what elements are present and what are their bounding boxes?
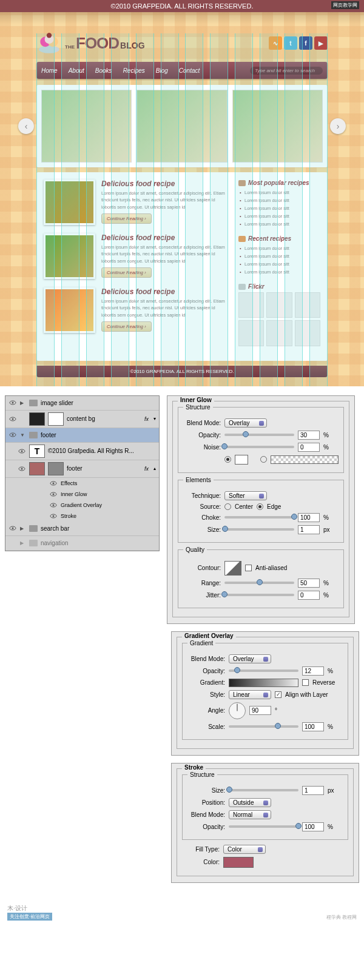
opacity-input[interactable] [298,431,320,440]
blend-mode-select[interactable]: Overlay [224,418,267,428]
center-radio[interactable] [224,503,231,510]
visibility-icon[interactable] [8,431,17,439]
continue-reading-button[interactable]: Continue Reading › [101,267,152,278]
expand-icon[interactable]: ▼ [20,432,26,438]
opacity-slider[interactable] [229,670,298,672]
slide-image[interactable] [232,90,323,163]
prev-arrow-icon[interactable]: ‹ [18,118,34,134]
flickr-thumb[interactable] [295,292,320,318]
expand-icon[interactable]: ▶ [20,400,26,406]
effect-item[interactable]: Stroke [5,511,159,522]
list-item[interactable]: Lorem ipsum dolor sitt [238,196,320,204]
visibility-icon[interactable] [8,539,17,547]
edge-radio[interactable] [257,503,263,510]
list-item[interactable]: Lorem ipsum dolor sitt [238,268,320,276]
effect-item[interactable]: Gradient Overlay [5,500,159,511]
fill-type-select[interactable]: Color [223,845,266,854]
opacity-slider[interactable] [229,825,298,828]
noise-input[interactable] [298,443,320,452]
nav-contact[interactable]: Contact [179,67,200,74]
noise-slider[interactable] [224,446,294,448]
visibility-icon[interactable] [8,524,17,532]
choke-slider[interactable] [224,516,294,519]
effect-item[interactable]: Inner Glow [5,489,159,500]
youtube-icon[interactable]: ▶ [314,36,328,50]
opacity-input[interactable] [302,822,324,831]
opacity-slider[interactable] [224,434,294,436]
layer-row[interactable]: ▼ footer [5,428,159,443]
post-title[interactable]: Delicious food recipe [101,287,229,296]
continue-reading-button[interactable]: Continue Reading › [101,213,152,224]
visibility-icon[interactable] [18,465,26,473]
list-item[interactable]: Lorem ipsum dolor sitt [238,204,320,212]
list-item[interactable]: Lorem ipsum dolor sitt [238,189,320,196]
size-slider[interactable] [224,528,294,531]
opacity-input[interactable] [302,666,324,676]
continue-reading-button[interactable]: Continue Reading › [101,321,152,332]
stroke-color-swatch[interactable] [223,857,254,868]
layer-row[interactable]: footer fx ▴ [5,460,159,478]
technique-select[interactable]: Softer [224,491,267,500]
nav-books[interactable]: Books [95,67,112,74]
post-thumbnail[interactable] [44,233,95,279]
flickr-thumb[interactable] [266,292,292,318]
post-title[interactable]: Delicious food recipe [101,180,229,188]
gradient-picker[interactable] [229,679,298,687]
range-slider[interactable] [224,582,294,584]
post-title[interactable]: Delicious food recipe [101,233,229,242]
nav-blog[interactable]: Blog [156,67,168,74]
layer-row[interactable]: ▶ search bar [5,522,159,536]
list-item[interactable]: Lorem ipsum dolor sitt [238,212,320,220]
layer-row[interactable]: ▶ image slider [5,396,159,411]
twitter-icon[interactable]: t [284,36,297,50]
visibility-icon[interactable] [18,447,26,455]
next-arrow-icon[interactable]: › [330,118,346,134]
glow-color-swatch[interactable] [235,455,248,465]
nav-recipes[interactable]: Recipes [123,67,145,74]
visibility-icon[interactable] [8,398,17,407]
size-slider[interactable] [229,789,298,791]
post-thumbnail[interactable] [44,180,95,225]
blend-mode-select[interactable]: Normal [229,810,271,819]
effects-row[interactable]: Effects [5,478,159,489]
visibility-icon[interactable] [49,479,58,488]
glow-gradient[interactable] [271,455,339,464]
visibility-icon[interactable] [49,490,58,498]
antialias-checkbox[interactable] [245,565,252,571]
slide-image[interactable] [41,90,132,163]
search-input[interactable]: Type and hit enter to search [250,67,323,75]
range-input[interactable] [298,579,320,588]
jitter-input[interactable] [298,591,320,600]
nav-home[interactable]: Home [41,67,58,74]
list-item[interactable]: Lorem ipsum dolor sitt [238,260,320,268]
flickr-thumb[interactable] [238,320,264,346]
scale-slider[interactable] [229,725,298,728]
flickr-thumb[interactable] [295,320,320,346]
blend-mode-select[interactable]: Overlay [229,654,271,663]
size-input[interactable] [298,525,320,534]
contour-picker[interactable] [224,561,241,576]
reverse-checkbox[interactable] [302,679,309,686]
position-select[interactable]: Outside [229,798,271,807]
jitter-slider[interactable] [224,594,294,596]
flickr-thumb[interactable] [266,320,292,346]
gradient-radio[interactable] [260,456,267,463]
layer-row[interactable]: ▶ navigation [5,536,159,551]
angle-input[interactable] [249,706,271,715]
nav-about[interactable]: About [69,67,84,74]
slide-image[interactable] [136,90,227,163]
visibility-icon[interactable] [49,512,58,520]
layer-row[interactable]: T ©2010 Grafpedia. All Rights R... [5,443,159,460]
rss-icon[interactable]: ∿ [269,36,282,50]
choke-input[interactable] [298,513,320,522]
scale-input[interactable] [302,722,324,731]
size-input[interactable] [302,786,324,795]
angle-dial[interactable] [229,702,246,719]
logo[interactable]: THE FOOD BLOG [36,30,145,56]
color-radio[interactable] [224,456,231,463]
expand-icon[interactable]: ▶ [20,526,26,531]
list-item[interactable]: Lorem ipsum dolor sitt [238,244,320,252]
style-select[interactable]: Linear [229,690,271,699]
list-item[interactable]: Lorem ipsum dolor sitt [238,220,320,228]
post-thumbnail[interactable] [44,287,95,333]
